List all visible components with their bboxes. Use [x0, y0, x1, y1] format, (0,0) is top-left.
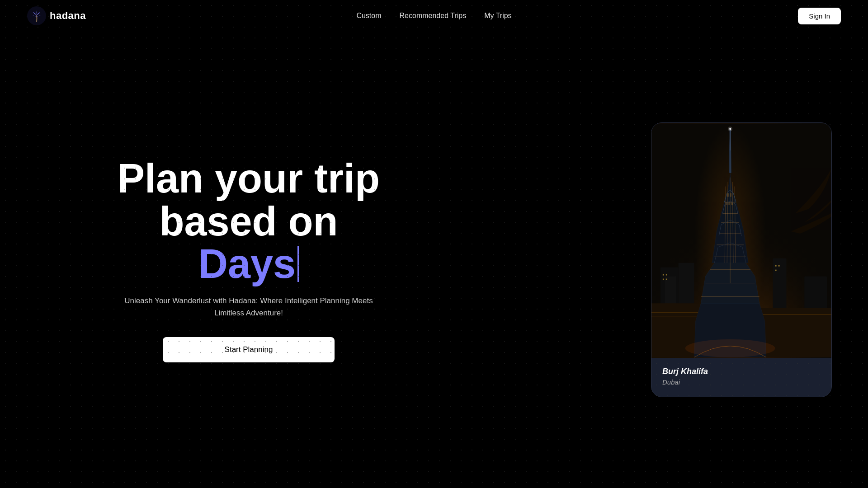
hero-title-line2: based on	[108, 200, 389, 243]
card-info: Burj Khalifa Dubai	[651, 358, 831, 397]
nav-links: Custom Recommended Trips My Trips	[356, 12, 511, 20]
svg-point-48	[728, 127, 732, 131]
svg-rect-43	[730, 193, 731, 197]
hero-section: Plan your trip based on Days Unleash You…	[108, 157, 389, 362]
main-content: Plan your trip based on Days Unleash You…	[0, 0, 868, 488]
cursor-blink	[297, 246, 299, 282]
nav-custom[interactable]: Custom	[356, 12, 381, 20]
card-image: EMAAR	[651, 123, 831, 358]
svg-point-49	[685, 339, 775, 357]
hero-days-text: Days	[198, 243, 296, 286]
start-planning-button[interactable]: Start Planning	[163, 337, 335, 362]
svg-rect-23	[778, 265, 780, 267]
svg-rect-42	[727, 193, 729, 197]
card-city: Dubai	[662, 378, 821, 386]
hero-title-line1: Plan your trip	[108, 157, 389, 200]
nav-recommended-trips[interactable]: Recommended Trips	[400, 12, 467, 20]
svg-rect-21	[666, 279, 667, 280]
svg-rect-20	[663, 279, 664, 280]
svg-rect-45	[728, 202, 730, 205]
hero-highlight: Days	[108, 243, 389, 286]
logo-icon	[27, 6, 46, 25]
burj-khalifa-illustration: EMAAR	[651, 123, 831, 358]
svg-rect-19	[666, 274, 667, 276]
trip-card-section: EMAAR	[651, 122, 832, 397]
logo-text: hadana	[50, 10, 86, 22]
hero-subtitle: Unleash Your Wanderlust with Hadana: Whe…	[108, 295, 389, 319]
svg-rect-22	[775, 265, 777, 267]
card-location-name: Burj Khalifa	[662, 367, 821, 376]
logo[interactable]: hadana	[27, 6, 86, 25]
navbar: hadana Custom Recommended Trips My Trips…	[0, 0, 868, 32]
svg-rect-18	[663, 274, 664, 276]
hero-title: Plan your trip based on Days	[108, 157, 389, 286]
svg-rect-24	[775, 270, 777, 271]
nav-my-trips[interactable]: My Trips	[484, 12, 511, 20]
sign-in-button[interactable]: Sign In	[798, 8, 841, 24]
trip-card: EMAAR	[651, 122, 832, 397]
